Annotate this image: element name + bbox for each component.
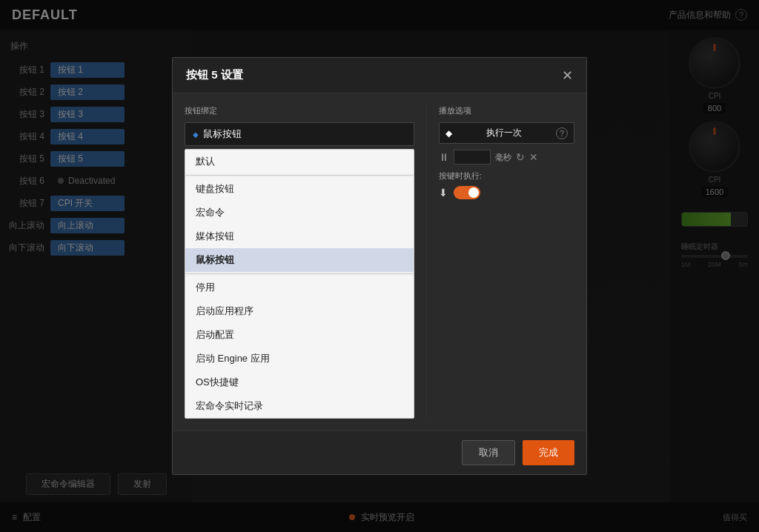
exec-toggle[interactable]	[454, 186, 480, 199]
dropdown-item-disable[interactable]: 停用	[185, 276, 414, 299]
playback-help-icon[interactable]: ?	[556, 127, 568, 139]
dropdown-item-macro-record[interactable]: 宏命令实时记录	[185, 394, 414, 418]
modal-body: 按钮绑定 ◆ 鼠标按钮 默认 键盘按钮 宏命令 媒体按钮 鼠标按钮 停用 启动应…	[173, 93, 586, 430]
time-unit: 毫秒	[495, 152, 511, 163]
dropdown-item-macro[interactable]: 宏命令	[185, 201, 414, 225]
modal-playback-section: 播放选项 ◆ 执行一次 ? ⏸ 毫秒 ↻ ✕ 按键时执行: ⬇	[426, 105, 574, 419]
dropdown-item-launch-config[interactable]: 启动配置	[185, 323, 414, 347]
toggle-down-icon: ⬇	[439, 187, 448, 199]
dropdown-divider-1	[185, 175, 414, 176]
close-repeat-icon: ✕	[529, 151, 538, 163]
playback-dropdown[interactable]: ◆ 执行一次 ?	[439, 122, 574, 144]
playback-arrow: ◆	[445, 128, 452, 139]
dropdown-item-media[interactable]: 媒体按钮	[185, 225, 414, 248]
modal-dialog: 按钮 5 设置 ✕ 按钮绑定 ◆ 鼠标按钮 默认 键盘按钮 宏命令 媒体按钮 鼠…	[172, 57, 587, 475]
dropdown-item-launch-engine[interactable]: 启动 Engine 应用	[185, 347, 414, 370]
playback-row: ⏸ 毫秒 ↻ ✕	[439, 150, 574, 164]
toggle-row: ⬇	[439, 186, 574, 199]
dropdown-item-keyboard[interactable]: 键盘按钮	[185, 177, 414, 201]
modal-header: 按钮 5 设置 ✕	[173, 58, 586, 93]
binding-label: 按钮绑定	[185, 105, 414, 116]
modal-title: 按钮 5 设置	[186, 68, 243, 82]
cancel-button[interactable]: 取消	[462, 440, 515, 465]
dropdown-item-mouse[interactable]: 鼠标按钮	[185, 248, 414, 272]
time-input[interactable]	[454, 150, 491, 164]
binding-dropdown-list: 默认 键盘按钮 宏命令 媒体按钮 鼠标按钮 停用 启动应用程序 启动配置 启动 …	[185, 149, 414, 419]
confirm-button[interactable]: 完成	[523, 440, 574, 465]
dropdown-arrow: ◆	[193, 130, 199, 139]
exec-label: 按键时执行:	[439, 170, 574, 182]
dropdown-item-default[interactable]: 默认	[185, 150, 414, 173]
modal-overlay: 按钮 5 设置 ✕ 按钮绑定 ◆ 鼠标按钮 默认 键盘按钮 宏命令 媒体按钮 鼠…	[0, 0, 759, 532]
binding-dropdown-button[interactable]: ◆ 鼠标按钮	[185, 122, 414, 146]
modal-binding-section: 按钮绑定 ◆ 鼠标按钮 默认 键盘按钮 宏命令 媒体按钮 鼠标按钮 停用 启动应…	[185, 105, 426, 419]
dropdown-item-os-shortcut[interactable]: OS快捷键	[185, 370, 414, 394]
dropdown-divider-2	[185, 273, 414, 274]
pause-icon: ⏸	[439, 151, 449, 163]
dropdown-item-launch-app[interactable]: 启动应用程序	[185, 299, 414, 323]
repeat-icon: ↻	[516, 151, 525, 163]
modal-close-button[interactable]: ✕	[562, 69, 573, 82]
playback-selected: 执行一次	[486, 127, 522, 139]
toggle-knob	[468, 187, 479, 198]
modal-footer: 取消 完成	[173, 430, 586, 474]
dropdown-selected: 鼠标按钮	[203, 127, 242, 141]
playback-label: 播放选项	[439, 105, 574, 116]
